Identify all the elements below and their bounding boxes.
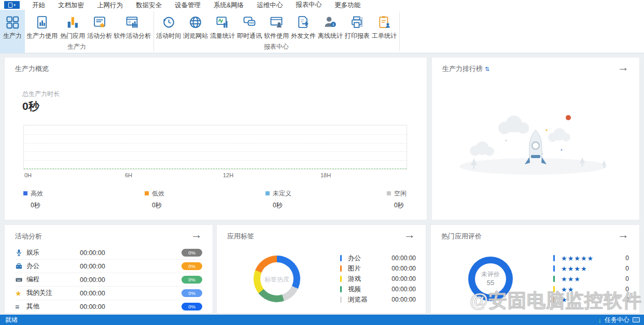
grid-icon bbox=[4, 14, 21, 31]
legend-tick bbox=[340, 276, 342, 282]
tab-data-security[interactable]: 数据安全 bbox=[135, 0, 162, 10]
productivity-timeline-chart bbox=[23, 125, 407, 169]
tab-doc-encrypt[interactable]: 文档加密 bbox=[58, 0, 85, 10]
ribbon-item-label: 离线统计 bbox=[317, 32, 343, 40]
panel-title: 活动分析 bbox=[15, 232, 42, 241]
x-tick: 12H bbox=[223, 172, 233, 178]
x-tick: 6H bbox=[125, 172, 132, 178]
gridline bbox=[24, 160, 407, 161]
clock-history-icon bbox=[160, 14, 177, 31]
activity-rows: 娱乐 00:00:00 0% 办公 00:00:00 0% 编程 00:00:0… bbox=[15, 246, 202, 314]
activity-row-my-focus[interactable]: ★ 我的关注 00:00:00 0% bbox=[15, 287, 202, 300]
stars-5: ★★★★★ bbox=[561, 255, 594, 262]
ribbon-item-label: 外发文件 bbox=[290, 32, 316, 40]
rating-legend: ★★★★★0 ★★★★0 ★★★0 ★★0 ★0 bbox=[553, 253, 629, 305]
legend-tick bbox=[340, 286, 342, 292]
legend-label: 空闲 bbox=[394, 190, 407, 197]
task-center-button[interactable]: 任务中心 bbox=[605, 316, 629, 324]
file-export-icon bbox=[295, 14, 312, 31]
activity-label: 办公 bbox=[26, 262, 39, 271]
total-productivity-label: 总生产力时长 bbox=[22, 90, 60, 98]
tab-web-behavior[interactable]: 上网行为 bbox=[96, 0, 123, 10]
monitor-icon[interactable] bbox=[633, 317, 640, 322]
ribbon-item-label: 生产力 bbox=[0, 32, 25, 40]
donut-center-label: 标签热度 bbox=[254, 275, 300, 284]
tab-device-mgmt[interactable]: 设备管理 bbox=[174, 0, 201, 10]
ribbon-item-label: 热门应用 bbox=[59, 32, 86, 40]
activity-row-office[interactable]: 办公 00:00:00 0% bbox=[15, 260, 202, 273]
dropdown-caret-icon: ▾ bbox=[13, 3, 16, 7]
doc-chart-icon bbox=[34, 14, 50, 31]
legend-tick bbox=[553, 296, 555, 303]
activity-label: 我的关注 bbox=[26, 289, 52, 298]
sort-icon[interactable]: ⇅ bbox=[485, 66, 489, 72]
panel-title: 热门应用评价 bbox=[441, 232, 482, 241]
activity-label: 其他 bbox=[26, 302, 39, 311]
activity-row-programming[interactable]: 编程 00:00:00 0% bbox=[15, 273, 202, 287]
legend-item-undefined: 未定义 0秒 bbox=[265, 188, 291, 210]
ribbon-group-label-report-center: 报表中心 bbox=[156, 43, 397, 51]
activity-time: 00:00:00 bbox=[80, 249, 105, 257]
activity-row-entertainment[interactable]: 娱乐 00:00:00 0% bbox=[15, 246, 202, 260]
rating-row-5: ★★★★★0 bbox=[553, 253, 629, 263]
arrow-link-icon[interactable]: → bbox=[191, 228, 202, 242]
activity-time: 00:00:00 bbox=[80, 290, 105, 297]
legend-swatch bbox=[145, 191, 149, 195]
activity-time: 00:00:00 bbox=[80, 303, 105, 310]
legend-label: 低效 bbox=[152, 190, 164, 197]
tab-system-network[interactable]: 系统&网络 bbox=[213, 0, 244, 10]
activity-label: 编程 bbox=[26, 275, 39, 284]
legend-tick bbox=[340, 265, 342, 272]
window-user-icon bbox=[268, 14, 285, 31]
app-menu-icon bbox=[8, 3, 12, 8]
activity-percent-badge: 0% bbox=[181, 276, 202, 284]
app-menu-button[interactable]: ▾ bbox=[4, 1, 20, 9]
keyboard-icon bbox=[15, 276, 26, 284]
x-tick: 0H bbox=[24, 172, 32, 178]
legend-value: 0秒 bbox=[273, 201, 291, 210]
content-area: 生产力概览 总生产力时长 0秒 0H 6H 12H 18H 高效 0秒 bbox=[0, 53, 644, 315]
arrow-link-icon[interactable]: → bbox=[618, 228, 629, 242]
ribbon-group-separator bbox=[153, 11, 154, 51]
microphone-icon bbox=[15, 249, 26, 257]
tab-report-center[interactable]: 报表中心 bbox=[295, 0, 322, 11]
tab-start[interactable]: 开始 bbox=[32, 0, 46, 10]
tab-more[interactable]: 更多功能 bbox=[334, 0, 361, 10]
ribbon-item-label: 软件使用 bbox=[263, 32, 289, 40]
panel-app-tags: 应用标签 → 标签热度 办公00:00:00 图片00:00:00 游戏00:0… bbox=[216, 224, 426, 314]
panel-title: 应用标签 bbox=[227, 232, 254, 241]
legend-tick bbox=[553, 286, 555, 292]
legend-swatch bbox=[265, 191, 270, 195]
activity-time: 00:00:00 bbox=[80, 276, 105, 284]
donut-center-value: 55 bbox=[468, 279, 513, 287]
legend-swatch bbox=[23, 191, 27, 195]
x-tick: 18H bbox=[320, 172, 331, 178]
panel-activity-analysis: 活动分析 → 娱乐 00:00:00 0% 办公 00:00:00 0% 编程 bbox=[4, 224, 213, 314]
arrow-link-icon[interactable]: → bbox=[618, 61, 629, 74]
star-icon: ★ bbox=[15, 289, 26, 298]
ribbon-item-label: 生产力使用 bbox=[26, 32, 58, 40]
ribbon-item-label: 即时通讯 bbox=[236, 32, 262, 40]
legend-tick bbox=[553, 255, 555, 261]
legend-label: 未定义 bbox=[273, 190, 291, 197]
activity-percent-badge: 0% bbox=[181, 249, 202, 257]
user-info-icon: i bbox=[322, 14, 339, 31]
arrow-link-icon[interactable]: → bbox=[404, 228, 415, 242]
gridline bbox=[24, 143, 407, 144]
legend-value: 0秒 bbox=[152, 201, 164, 210]
stars-1: ★ bbox=[561, 296, 568, 304]
ribbon: 生产力 生产力使用 热门应用 活动分析 软件活动分析 bbox=[0, 10, 644, 53]
briefcase-icon bbox=[15, 262, 26, 270]
x-axis-ticks: 0H 6H 12H 18H bbox=[23, 172, 407, 179]
window-chart-icon bbox=[124, 14, 141, 31]
activity-label: 娱乐 bbox=[26, 248, 39, 257]
stars-2: ★★ bbox=[561, 286, 574, 293]
tag-row-pictures: 图片00:00:00 bbox=[340, 263, 416, 274]
activity-row-other[interactable]: ≡ 其他 00:00:00 0% bbox=[15, 300, 202, 314]
tab-ops-center[interactable]: 运维中心 bbox=[256, 0, 283, 10]
panel-hot-app-ratings: 热门应用评价 → 未评价 55 ★★★★★0 ★★★★0 ★★★0 ★★0 bbox=[430, 224, 640, 314]
total-productivity-value: 0秒 bbox=[22, 99, 39, 114]
rating-row-3: ★★★0 bbox=[553, 274, 629, 284]
traffic-chart-icon bbox=[214, 14, 231, 31]
legend-label: 高效 bbox=[31, 190, 43, 197]
